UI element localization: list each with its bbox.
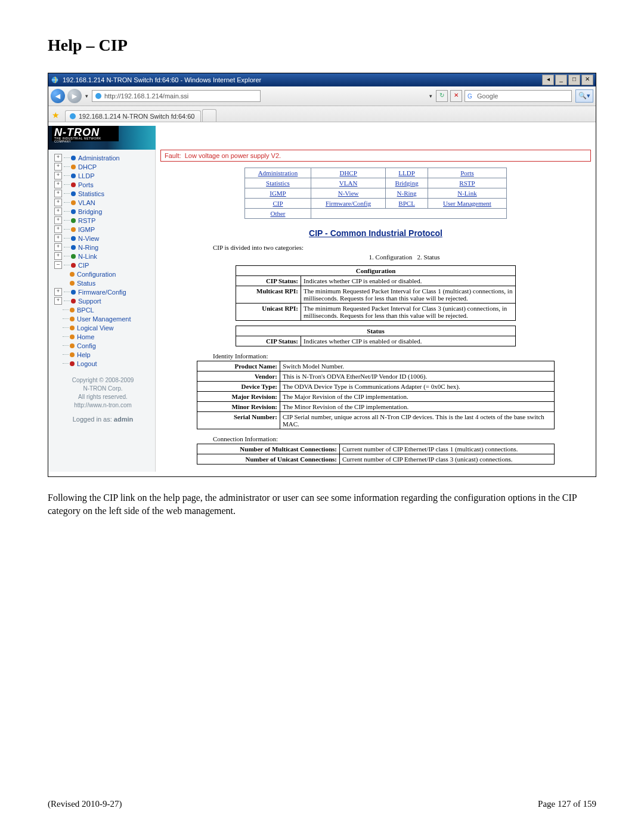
- help-link-rstp[interactable]: RSTP: [459, 179, 475, 187]
- sidebar-item-administration[interactable]: +Administration: [53, 153, 153, 162]
- tree-bullet-icon: [70, 281, 75, 286]
- row-key: Minor Revision:: [197, 402, 280, 412]
- close-window-button[interactable]: ✕: [581, 75, 593, 85]
- sidebar-item-home[interactable]: Home: [53, 332, 153, 341]
- tree-connector: [64, 184, 70, 185]
- sidebar-item-ports[interactable]: +Ports: [53, 180, 153, 189]
- refresh-button[interactable]: ↻: [436, 90, 448, 102]
- tree-connector: [64, 292, 70, 292]
- collapse-icon[interactable]: –: [54, 261, 62, 269]
- expand-icon[interactable]: +: [54, 190, 62, 197]
- sidebar-item-config[interactable]: Config: [53, 341, 153, 350]
- sidebar-item-n-view[interactable]: +N-View: [53, 234, 153, 243]
- help-link-igmp[interactable]: IGMP: [270, 190, 286, 197]
- expand-icon[interactable]: +: [54, 252, 62, 260]
- expand-icon[interactable]: +: [54, 172, 62, 179]
- table-row: Vendor:This is N-Tron's ODVA EtherNet/IP…: [197, 371, 555, 382]
- address-text: http://192.168.1.214/main.ssi: [104, 92, 188, 100]
- sidebar-item-label: DHCP: [78, 163, 97, 171]
- address-bar[interactable]: http://192.168.1.214/main.ssi: [92, 90, 261, 102]
- favorites-icon[interactable]: ★: [51, 110, 60, 120]
- nav-history-dropdown[interactable]: ▾: [84, 93, 89, 99]
- row-value: Indicates whether CIP is enabled or disa…: [301, 276, 516, 286]
- browser-toolbar: ◄ ► ▾ http://192.168.1.214/main.ssi ▾ ↻ …: [48, 86, 596, 106]
- expand-icon[interactable]: +: [54, 154, 62, 162]
- row-value: Current number of CIP Ethernet/IP class …: [340, 454, 555, 465]
- table-row: Unicast RPI:The minimum Requested Packet…: [236, 304, 516, 321]
- help-link-firmware-config[interactable]: Firmware/Config: [326, 200, 371, 207]
- tree-connector: [64, 301, 70, 301]
- help-link-administration[interactable]: Administration: [258, 169, 298, 176]
- help-link-lldp[interactable]: LLDP: [398, 169, 415, 176]
- forward-button[interactable]: ►: [67, 89, 82, 103]
- expand-icon[interactable]: +: [54, 199, 62, 206]
- row-value: The Minor Revision of the CIP implementa…: [280, 402, 555, 412]
- sidebar-item-help[interactable]: Help: [53, 350, 153, 359]
- sidebar-item-statistics[interactable]: +Statistics: [53, 189, 153, 198]
- expand-icon[interactable]: +: [54, 163, 62, 171]
- help-link-user-management[interactable]: User Management: [443, 200, 491, 207]
- tree-bullet-icon: [70, 317, 75, 321]
- help-link-vlan[interactable]: VLAN: [339, 179, 358, 187]
- browser-screenshot: 192.168.1.214 N-TRON Switch fd:64:60 - W…: [48, 73, 596, 477]
- expand-icon[interactable]: +: [54, 208, 62, 215]
- help-link-other[interactable]: Other: [270, 210, 285, 217]
- sidebar-item-status[interactable]: Status: [53, 278, 153, 287]
- help-link-bridging[interactable]: Bridging: [395, 179, 419, 187]
- sidebar-item-vlan[interactable]: +VLAN: [53, 198, 153, 207]
- help-link-cip[interactable]: CIP: [273, 200, 283, 207]
- expand-icon[interactable]: +: [54, 216, 62, 224]
- window-caption: 192.168.1.214 N-TRON Switch fd:64:60 - W…: [63, 76, 542, 83]
- table-row: CIP Status:Indicates whether CIP is enab…: [236, 276, 516, 286]
- expand-icon[interactable]: +: [54, 234, 62, 242]
- sidebar-item-user-management[interactable]: User Management: [53, 314, 153, 323]
- expand-icon[interactable]: +: [54, 225, 62, 233]
- sidebar-item-lldp[interactable]: +LLDP: [53, 171, 153, 180]
- ntron-logo: N-TRON THE INDUSTRIAL NETWORK COMPANY: [52, 126, 119, 141]
- help-link-statistics[interactable]: Statistics: [266, 179, 290, 187]
- sidebar-item-label: User Management: [77, 315, 131, 323]
- sidebar-item-bpcl[interactable]: BPCL: [53, 305, 153, 314]
- help-link-ports[interactable]: Ports: [460, 169, 474, 176]
- sidebar-item-n-link[interactable]: +N-Link: [53, 252, 153, 261]
- new-tab-button[interactable]: [202, 109, 216, 122]
- help-link-n-link[interactable]: N-Link: [457, 190, 476, 197]
- sidebar-item-dhcp[interactable]: +DHCP: [53, 162, 153, 171]
- row-value: The Major Revision of the CIP implementa…: [280, 392, 555, 402]
- maximize-button[interactable]: □: [568, 75, 580, 85]
- back-button[interactable]: ◄: [51, 89, 65, 103]
- sidebar-item-logical-view[interactable]: Logical View: [53, 323, 153, 332]
- restore-left-button[interactable]: ◂: [542, 75, 554, 85]
- tree-bullet-icon: [71, 218, 76, 223]
- expand-icon[interactable]: +: [54, 288, 62, 296]
- sidebar-item-firmware-config[interactable]: +Firmware/Config: [53, 287, 153, 296]
- expand-icon[interactable]: +: [54, 243, 62, 251]
- tree-bullet-icon: [70, 326, 75, 330]
- sidebar-item-n-ring[interactable]: +N-Ring: [53, 243, 153, 252]
- table-row: Major Revision:The Major Revision of the…: [197, 392, 555, 402]
- expand-icon[interactable]: +: [54, 181, 62, 188]
- expand-icon[interactable]: +: [54, 297, 62, 305]
- sidebar-item-igmp[interactable]: +IGMP: [53, 225, 153, 234]
- help-link-dhcp[interactable]: DHCP: [339, 169, 357, 176]
- address-dropdown[interactable]: ▾: [428, 93, 434, 99]
- sidebar-item-bridging[interactable]: +Bridging: [53, 207, 153, 216]
- search-box[interactable]: G Google: [465, 90, 572, 102]
- help-link-n-view[interactable]: N-View: [338, 190, 359, 197]
- tree-bullet-icon: [70, 343, 75, 348]
- table-row: Device Type:The ODVA Device Type is Comm…: [197, 382, 555, 392]
- minimize-button[interactable]: _: [555, 75, 567, 85]
- sidebar-item-rstp[interactable]: +RSTP: [53, 216, 153, 225]
- stop-button[interactable]: ✕: [450, 90, 462, 102]
- sidebar-item-label: VLAN: [78, 199, 95, 206]
- help-link-n-ring[interactable]: N-Ring: [397, 190, 417, 197]
- sidebar-item-logout[interactable]: Logout: [53, 359, 153, 368]
- browser-tab[interactable]: 192.168.1.214 N-TRON Switch fd:64:60: [65, 110, 201, 122]
- sidebar-login-status: Logged in as: admin: [53, 416, 153, 423]
- search-go-button[interactable]: 🔍▾: [575, 89, 593, 103]
- sidebar-item-configuration[interactable]: Configuration: [53, 270, 153, 278]
- sidebar-item-support[interactable]: +Support: [53, 296, 153, 305]
- help-link-bpcl[interactable]: BPCL: [398, 200, 415, 207]
- sidebar-item-label: CIP: [78, 262, 89, 269]
- sidebar-item-cip[interactable]: –CIP: [53, 261, 153, 270]
